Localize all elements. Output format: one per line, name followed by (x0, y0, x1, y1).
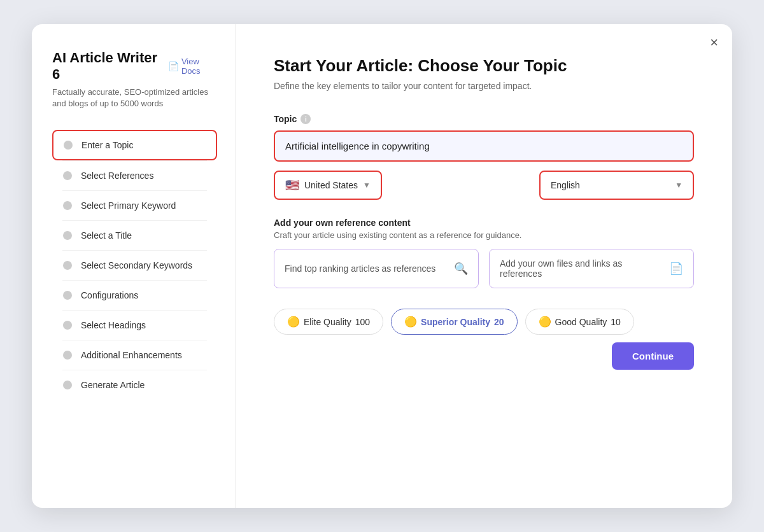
topic-field-label: Topic i (274, 114, 694, 124)
main-subtitle: Define the key elements to tailor your c… (274, 81, 694, 91)
step-dot (63, 351, 72, 360)
close-button[interactable]: × (710, 36, 718, 50)
step-label: Select a Title (81, 230, 132, 241)
modal: × AI Article Writer 6 📄 View Docs Factua… (32, 24, 732, 508)
quality-value: 100 (355, 317, 370, 327)
step-label: Enter a Topic (81, 140, 133, 150)
step-label: Generate Article (81, 380, 145, 390)
sidebar-subtitle: Factually accurate, SEO-optimized articl… (52, 87, 217, 109)
quality-badge-superior-quality[interactable]: 🟡 Superior Quality 20 (391, 309, 518, 335)
coin-icon: 🟡 (539, 316, 551, 328)
step-dot (63, 291, 72, 300)
sidebar: AI Article Writer 6 📄 View Docs Factuall… (32, 24, 236, 508)
coin-icon: 🟡 (287, 316, 300, 328)
sidebar-step-configurations[interactable]: Configurations (52, 281, 217, 310)
step-dot (63, 231, 72, 240)
docs-icon: 📄 (168, 61, 179, 71)
language-label: English (551, 180, 580, 190)
quality-badge-good-quality[interactable]: 🟡 Good Quality 10 (525, 309, 634, 335)
main-content: Start Your Article: Choose Your Topic De… (236, 24, 732, 508)
step-label: Select Primary Keyword (81, 200, 176, 211)
coin-icon: 🟡 (404, 316, 417, 328)
sidebar-step-select-references[interactable]: Select References (52, 161, 217, 190)
language-dropdown[interactable]: English ▼ (539, 171, 694, 200)
step-dot (63, 261, 72, 270)
country-flag: 🇺🇸 (285, 178, 299, 192)
quality-value: 20 (494, 317, 504, 327)
step-label: Select Secondary Keywords (81, 260, 192, 270)
continue-button[interactable]: Continue (612, 342, 694, 370)
step-dot (63, 381, 72, 389)
reference-row: Find top ranking articles as references … (274, 249, 694, 288)
file-icon: 📄 (669, 262, 683, 276)
view-docs-label: View Docs (181, 57, 217, 76)
sidebar-step-select-primary-keyword[interactable]: Select Primary Keyword (52, 191, 217, 220)
search-icon: 🔍 (454, 262, 468, 276)
sidebar-steps: Enter a Topic Select References Select P… (52, 130, 217, 400)
step-dot (64, 141, 73, 150)
reference-box1-label: Find top ranking articles as references (285, 263, 435, 274)
sidebar-app-title: AI Article Writer 6 (52, 50, 162, 83)
step-label: Additional Enhancements (81, 350, 182, 360)
step-dot (63, 321, 72, 330)
quality-continue-row: 🟡 Elite Quality 100 🟡 Superior Quality 2… (274, 309, 694, 370)
sidebar-step-additional-enhancements[interactable]: Additional Enhancements (52, 340, 217, 370)
reference-section-sub: Craft your article using existing conten… (274, 230, 694, 240)
step-label: Select Headings (81, 320, 146, 330)
sidebar-step-generate-article[interactable]: Generate Article (52, 370, 217, 400)
quality-value: 10 (611, 317, 621, 327)
main-title: Start Your Article: Choose Your Topic (274, 56, 694, 76)
dropdowns-row: 🇺🇸 United States ▼ English ▼ (274, 171, 694, 200)
reference-box-files[interactable]: Add your own files and links as referenc… (489, 249, 694, 288)
reference-section-title: Add your own reference content (274, 218, 694, 228)
language-chevron-icon: ▼ (675, 181, 683, 190)
reference-box2-label: Add your own files and links as referenc… (500, 258, 663, 279)
country-label: United States (304, 180, 358, 190)
quality-label: Superior Quality (421, 317, 490, 327)
step-label: Select References (81, 171, 153, 181)
quality-badge-elite-quality[interactable]: 🟡 Elite Quality 100 (274, 309, 383, 335)
quality-label: Good Quality (555, 317, 607, 327)
sidebar-step-select-secondary-keywords[interactable]: Select Secondary Keywords (52, 251, 217, 280)
sidebar-step-select-title[interactable]: Select a Title (52, 221, 217, 250)
step-dot (63, 171, 72, 180)
sidebar-title-row: AI Article Writer 6 📄 View Docs (52, 50, 217, 83)
reference-box-search[interactable]: Find top ranking articles as references … (274, 249, 479, 288)
sidebar-header: AI Article Writer 6 📄 View Docs Factuall… (52, 50, 217, 109)
country-dropdown[interactable]: 🇺🇸 United States ▼ (274, 171, 382, 200)
step-label: Configurations (81, 290, 138, 300)
quality-label: Elite Quality (304, 317, 351, 327)
step-dot (63, 201, 72, 210)
topic-input[interactable] (274, 130, 694, 162)
view-docs-link[interactable]: 📄 View Docs (168, 57, 217, 76)
sidebar-step-enter-topic[interactable]: Enter a Topic (52, 130, 217, 160)
topic-info-icon: i (301, 114, 311, 124)
country-chevron-icon: ▼ (363, 181, 371, 190)
sidebar-step-select-headings[interactable]: Select Headings (52, 311, 217, 340)
